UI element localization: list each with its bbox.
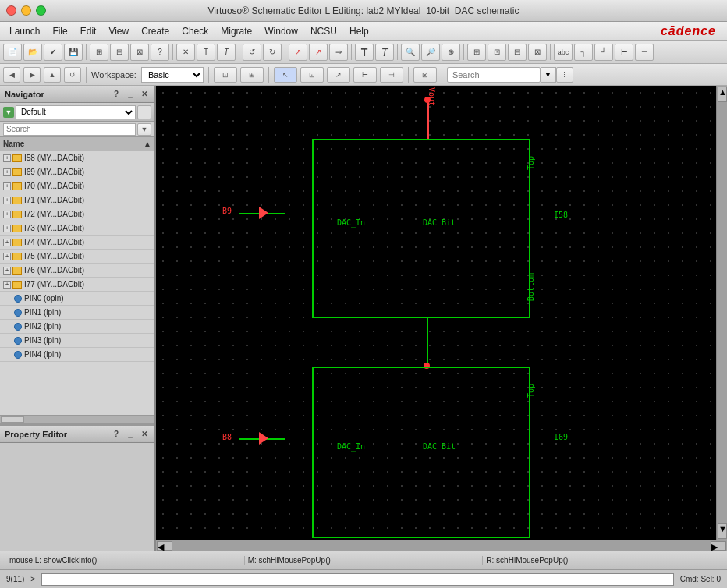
nav-hscroll[interactable] (0, 415, 154, 423)
nav-close-icon[interactable]: ✕ (139, 89, 150, 100)
list-item[interactable]: + I70 (MY...DACbit) (0, 179, 154, 193)
filter-dropdown[interactable]: Default (16, 105, 136, 119)
minimize-button[interactable] (21, 5, 31, 16)
menu-edit[interactable]: Edit (74, 24, 103, 38)
route-btn[interactable]: ┐ (574, 44, 593, 61)
prop-help-icon[interactable]: ? (111, 429, 122, 440)
route2-btn[interactable]: ┘ (594, 44, 613, 61)
prop-btn[interactable]: ⊠ (130, 44, 149, 61)
search-input[interactable] (447, 67, 541, 83)
misc1-btn[interactable]: ⊞ (467, 44, 486, 61)
misc4-btn[interactable]: ⊠ (528, 44, 547, 61)
item-label: I58 (MY...DACbit) (24, 154, 84, 162)
cmd-bar: 9(11) > Cmd: Sel: 0 (0, 569, 727, 588)
bus-btn[interactable]: ⇒ (329, 44, 348, 61)
workspace-select[interactable]: Basic (141, 67, 204, 83)
misc3-btn[interactable]: ⊟ (508, 44, 527, 61)
open-btn[interactable]: 📂 (23, 44, 42, 61)
desel-btn[interactable]: ⊠ (413, 67, 437, 83)
ptr-btn[interactable]: ↖ (274, 67, 297, 83)
schematic-canvas[interactable]: Vout Top Bottom DAC_In DAC Bit (156, 86, 716, 540)
text2-btn[interactable]: T (217, 44, 236, 61)
list-item[interactable]: + I76 (MY...DACbit) (0, 264, 154, 278)
cmd-prompt: > (30, 575, 35, 583)
nav-search-input[interactable] (3, 123, 136, 136)
list-item[interactable]: + I75 (MY...DACbit) (0, 250, 154, 264)
back-btn[interactable]: ◀ (3, 67, 20, 83)
item-label: PIN1 (ipin) (24, 308, 61, 317)
folder-icon (12, 281, 22, 289)
up-btn[interactable]: ▲ (44, 67, 61, 83)
sel-btn[interactable]: ⊡ (300, 67, 324, 83)
save2-btn[interactable]: 💾 (64, 44, 83, 61)
prop-min-icon[interactable]: _ (125, 429, 136, 440)
misc6-btn[interactable]: ⊣ (635, 44, 654, 61)
list-item[interactable]: PIN2 (ipin) (0, 320, 154, 334)
snap2-btn[interactable]: ⊞ (240, 67, 264, 83)
maximize-button[interactable] (36, 5, 46, 16)
menu-window[interactable]: Window (258, 24, 304, 38)
menu-file[interactable]: File (46, 24, 73, 38)
list-item[interactable]: + I77 (MY...DACbit) (0, 278, 154, 292)
search-dropdown[interactable]: ▼ (541, 67, 556, 83)
hier-btn[interactable]: ⊞ (90, 44, 108, 61)
sep6 (397, 44, 398, 60)
grid-btn[interactable]: ⊟ (110, 44, 129, 61)
expand-icon: + (3, 211, 11, 218)
workspace-label: Workspace: (91, 70, 137, 80)
undo-btn[interactable]: ↺ (243, 44, 261, 61)
zoom-fit-btn[interactable]: ⊕ (442, 44, 460, 61)
menu-launch[interactable]: Launch (3, 24, 46, 38)
bigT-btn[interactable]: T (355, 44, 374, 61)
refresh-btn[interactable]: ↺ (64, 67, 81, 83)
snap-btn[interactable]: ⊡ (214, 67, 237, 83)
nav-min-icon[interactable]: _ (125, 89, 136, 100)
save-btn[interactable]: ✔ (44, 44, 62, 61)
horizontal-scrollbar[interactable]: ◀ ▶ (156, 540, 727, 551)
cmd-input[interactable] (41, 573, 674, 586)
misc5-btn[interactable]: ⊢ (615, 44, 633, 61)
redo-btn[interactable]: ↻ (263, 44, 282, 61)
sep2 (172, 44, 173, 60)
zoom-in-btn[interactable]: 🔍 (401, 44, 420, 61)
menu-help[interactable]: Help (343, 24, 375, 38)
sel2-btn[interactable]: ↗ (327, 67, 350, 83)
nav-search-btn[interactable]: ▼ (137, 123, 151, 136)
sel3-btn[interactable]: ⊢ (353, 67, 377, 83)
menu-migrate[interactable]: Migrate (215, 24, 258, 38)
delete-btn[interactable]: ✕ (176, 44, 195, 61)
list-item[interactable]: + I74 (MY...DACbit) (0, 236, 154, 250)
list-item[interactable]: PIN4 (ipin) (0, 348, 154, 362)
nav-more-icon[interactable]: ⋯ (137, 105, 151, 119)
menu-create[interactable]: Create (135, 24, 176, 38)
menu-check[interactable]: Check (176, 24, 215, 38)
new-btn[interactable]: 📄 (3, 44, 22, 61)
check-btn[interactable]: ? (151, 44, 169, 61)
search-options-btn[interactable]: ⋮ (556, 67, 573, 83)
search-group: ▼ ⋮ (447, 67, 573, 83)
list-item[interactable]: + I58 (MY...DACbit) (0, 151, 154, 165)
abc-btn[interactable]: abc (554, 44, 573, 61)
text-btn[interactable]: T (197, 44, 215, 61)
zoom-out-btn[interactable]: 🔎 (421, 44, 440, 61)
close-button[interactable] (6, 5, 16, 16)
misc2-btn[interactable]: ⊡ (488, 44, 506, 61)
fwd-btn[interactable]: ▶ (23, 67, 41, 83)
wire-btn[interactable]: ↗ (289, 44, 307, 61)
bigT2-btn[interactable]: T (375, 44, 394, 61)
circle-icon (14, 295, 22, 303)
list-item[interactable]: PIN0 (opin) (0, 292, 154, 306)
list-item[interactable]: PIN3 (ipin) (0, 334, 154, 348)
prop-close-icon[interactable]: ✕ (139, 429, 150, 440)
wire2-btn[interactable]: ↗ (309, 44, 328, 61)
sel4-btn[interactable]: ⊣ (380, 67, 403, 83)
list-item[interactable]: + I72 (MY...DACbit) (0, 207, 154, 221)
nav-help-icon[interactable]: ? (111, 89, 122, 100)
menu-ncsu[interactable]: NCSU (304, 24, 343, 38)
menu-view[interactable]: View (102, 24, 135, 38)
vertical-scrollbar[interactable]: ▲ ▼ (716, 86, 727, 540)
list-item[interactable]: PIN1 (ipin) (0, 306, 154, 320)
list-item[interactable]: + I71 (MY...DACbit) (0, 193, 154, 207)
list-item[interactable]: + I73 (MY...DACbit) (0, 221, 154, 236)
list-item[interactable]: + I69 (MY...DACbit) (0, 165, 154, 179)
